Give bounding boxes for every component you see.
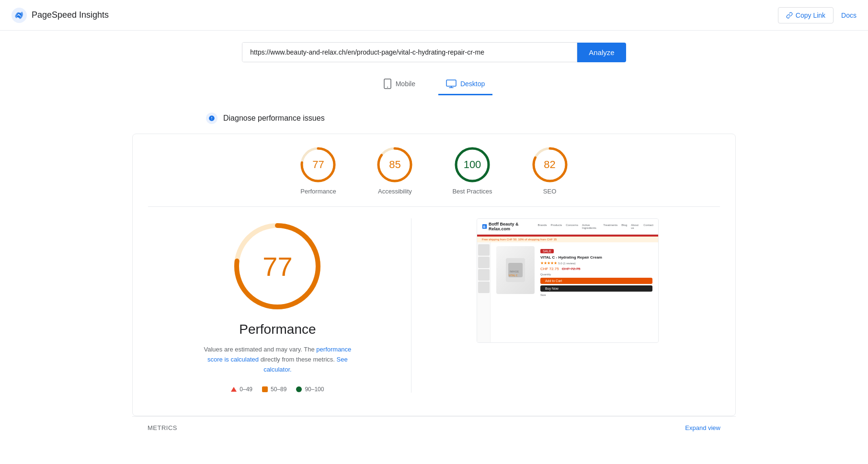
nav-blog: Blog bbox=[621, 224, 627, 229]
seo-circle: 82 bbox=[531, 146, 569, 184]
svg-text:IMAGE: IMAGE bbox=[510, 270, 519, 273]
nav-products: Products bbox=[551, 224, 562, 229]
performance-label: Performance bbox=[300, 188, 336, 195]
content-split: 77 Performance Values are estimated and … bbox=[163, 218, 705, 393]
header: PageSpeed Insights Copy Link Docs bbox=[0, 0, 868, 31]
star-icons: ★★★★★ bbox=[540, 261, 557, 265]
docs-link[interactable]: Docs bbox=[841, 11, 857, 19]
red-triangle-icon bbox=[231, 387, 237, 392]
mobile-icon bbox=[383, 79, 392, 89]
score-item-performance[interactable]: 77 Performance bbox=[299, 146, 337, 195]
quantity-label: Quantity bbox=[540, 273, 652, 276]
desktop-icon bbox=[446, 79, 457, 88]
svg-text:B: B bbox=[483, 225, 486, 228]
big-performance-title: Performance bbox=[239, 322, 316, 337]
svg-point-3 bbox=[387, 87, 388, 88]
green-circle-icon bbox=[296, 386, 302, 392]
metrics-label: METRICS bbox=[148, 424, 177, 431]
product-main: IMAGE VITAL C SALE VITAL C - Hydrating R… bbox=[491, 242, 658, 342]
pagespeed-logo-icon bbox=[11, 8, 27, 23]
desc-middle: directly from these metrics. bbox=[261, 356, 335, 363]
legend-row: 0–49 50–89 90–100 bbox=[231, 386, 324, 393]
url-input[interactable] bbox=[242, 43, 577, 62]
nav-ingredients: Active Ingredients bbox=[582, 224, 599, 229]
site-logo-sim: B Botff Beauty & Relax.com bbox=[482, 222, 538, 231]
product-image: IMAGE VITAL C bbox=[496, 246, 535, 294]
screenshot-area: B Botff Beauty & Relax.com Brands Produc… bbox=[431, 218, 705, 343]
site-logo-icon: B bbox=[482, 224, 487, 229]
seo-label: SEO bbox=[543, 188, 556, 195]
buy-now-btn: Buy Now bbox=[540, 285, 652, 292]
accessibility-label: Accessibility bbox=[378, 188, 412, 195]
nav-concerns: Concerns bbox=[566, 224, 578, 229]
legend-orange: 50–89 bbox=[262, 386, 286, 393]
product-title: VITAL C - Hydrating Repair Cream bbox=[540, 255, 652, 260]
diagnose-section: Diagnose performance issues bbox=[194, 107, 674, 130]
performance-circle: 77 bbox=[299, 146, 337, 184]
diagnose-text: Diagnose performance issues bbox=[223, 114, 325, 123]
legend-orange-range: 50–89 bbox=[271, 386, 286, 393]
scores-row: 77 Performance 85 Accessibility bbox=[148, 146, 720, 207]
copy-link-button[interactable]: Copy Link bbox=[778, 7, 834, 23]
accessibility-circle: 85 bbox=[376, 146, 414, 184]
svg-rect-4 bbox=[446, 80, 456, 86]
orange-square-icon bbox=[262, 386, 268, 392]
site-logo-text: Botff Beauty & Relax.com bbox=[489, 222, 538, 231]
site-screenshot: B Botff Beauty & Relax.com Brands Produc… bbox=[477, 218, 659, 343]
expand-view-button[interactable]: Expand view bbox=[685, 424, 720, 431]
product-thumbnails bbox=[477, 242, 491, 342]
legend-green-range: 90–100 bbox=[305, 386, 324, 393]
header-actions: Copy Link Docs bbox=[778, 7, 857, 23]
score-item-accessibility[interactable]: 85 Accessibility bbox=[376, 146, 414, 195]
site-content-sim: IMAGE VITAL C SALE VITAL C - Hydrating R… bbox=[477, 242, 658, 342]
site-header-sim: B Botff Beauty & Relax.com Brands Produc… bbox=[477, 219, 658, 235]
nav-contact: Contact bbox=[643, 224, 653, 229]
price-old: CHF 72.75 bbox=[540, 267, 559, 271]
best-practices-label: Best Practices bbox=[452, 188, 492, 195]
url-input-wrapper bbox=[242, 42, 577, 62]
scores-card: 77 Performance 85 Accessibility bbox=[132, 134, 736, 416]
product-img-svg: IMAGE VITAL C bbox=[503, 256, 527, 284]
logo-area: PageSpeed Insights bbox=[11, 8, 109, 23]
best-practices-circle: 100 bbox=[453, 146, 491, 184]
mode-tabs: Mobile Desktop bbox=[0, 70, 868, 95]
desc-before: Values are estimated and may vary. The bbox=[204, 346, 314, 353]
score-item-seo[interactable]: 82 SEO bbox=[531, 146, 569, 195]
tab-mobile[interactable]: Mobile bbox=[376, 74, 423, 95]
site-nav-sim: Brands Products Concerns Active Ingredie… bbox=[538, 224, 653, 229]
site-promo-bar: Free shipping from CHF 50. 10% of shoppi… bbox=[477, 237, 658, 242]
legend-green: 90–100 bbox=[296, 386, 324, 393]
sale-badge: SALE bbox=[540, 249, 554, 253]
info-icon bbox=[208, 115, 215, 122]
product-price: CHF 72.75 CHF 72.75 bbox=[540, 267, 652, 271]
price-new: CHF 72.75 bbox=[562, 267, 581, 271]
score-description: Values are estimated and may vary. The p… bbox=[196, 345, 359, 374]
tab-desktop[interactable]: Desktop bbox=[438, 74, 492, 95]
thumb-2 bbox=[478, 257, 490, 268]
nav-treatments: Treatments bbox=[603, 224, 617, 229]
thumb-1 bbox=[478, 244, 490, 256]
thumb-3 bbox=[478, 269, 490, 281]
diagnose-icon bbox=[206, 113, 217, 124]
main-content: 77 Performance Values are estimated and … bbox=[148, 207, 720, 404]
legend-red: 0–49 bbox=[231, 386, 252, 393]
seo-score: 82 bbox=[544, 158, 555, 171]
nav-brands: Brands bbox=[538, 224, 547, 229]
big-score-area: 77 Performance Values are estimated and … bbox=[163, 218, 392, 393]
logo-text: PageSpeed Insights bbox=[32, 10, 109, 20]
product-info: SALE VITAL C - Hydrating Repair Cream ★★… bbox=[540, 246, 652, 339]
score-item-best-practices[interactable]: 100 Best Practices bbox=[452, 146, 492, 195]
product-stars: ★★★★★ 5.0 (1 review) bbox=[540, 261, 652, 265]
thumb-4 bbox=[478, 282, 490, 293]
search-section: Analyze bbox=[0, 31, 868, 70]
big-performance-circle: 77 bbox=[229, 218, 325, 314]
add-to-cart-btn: Add to Cart bbox=[540, 278, 652, 284]
metrics-row: METRICS Expand view bbox=[132, 416, 736, 439]
svg-text:VITAL C: VITAL C bbox=[509, 274, 518, 277]
analyze-button[interactable]: Analyze bbox=[577, 43, 626, 62]
mobile-tab-label: Mobile bbox=[396, 80, 415, 88]
legend-red-range: 0–49 bbox=[240, 386, 252, 393]
link-icon bbox=[786, 12, 793, 19]
copy-link-label: Copy Link bbox=[796, 11, 825, 19]
best-practices-score: 100 bbox=[464, 158, 481, 171]
